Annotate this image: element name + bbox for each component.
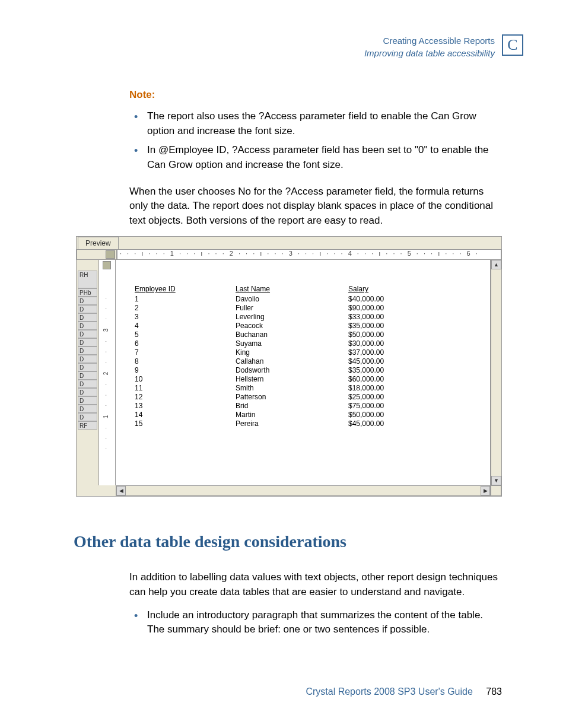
scroll-track-v[interactable] [491, 269, 501, 476]
cell-name: Suyama [236, 339, 348, 348]
table-header-row: Employee ID Last Name Salary [135, 285, 490, 294]
header-text: Creating Accessible Reports Improving da… [364, 34, 495, 59]
section-heading: Other data table design considerations [74, 532, 502, 551]
report-canvas[interactable]: Employee ID Last Name Salary 1Davolio$40… [116, 260, 491, 485]
cell-id: 10 [135, 375, 236, 384]
cell-name: Hellstern [236, 375, 348, 384]
header-employee-id: Employee ID [135, 285, 236, 294]
horizontal-scrollbar[interactable]: ◀ ▶ [116, 485, 491, 496]
table-row: 15Pereira$45,000.00 [135, 419, 490, 428]
section-d[interactable]: D [78, 405, 97, 413]
cell-id: 14 [135, 411, 236, 419]
table-row: 1Davolio$40,000.00 [135, 295, 490, 304]
cell-salary: $18,000.00 [348, 384, 437, 393]
section-d[interactable]: D [78, 355, 97, 363]
cell-id: 7 [135, 348, 236, 357]
cell-id: 15 [135, 419, 236, 428]
note-label: Note: [129, 89, 502, 101]
cell-id: 13 [135, 402, 236, 411]
table-row: 8Callahan$45,000.00 [135, 357, 490, 366]
header-title: Creating Accessible Reports [364, 34, 495, 47]
cell-id: 6 [135, 339, 236, 348]
preview-body: RHPHbDDDDDDDDDDDDDDDRF · · · 1 · · · 2 ·… [77, 260, 501, 485]
cell-name: Martin [236, 411, 348, 419]
note-item: In @Employee ID, ?Access parameter field… [129, 143, 502, 172]
section-phb[interactable]: PHb [78, 288, 97, 297]
table-row: 7King$37,000.00 [135, 348, 490, 357]
cell-id: 8 [135, 357, 236, 366]
section-d[interactable]: D [78, 371, 97, 380]
cell-salary: $60,000.00 [348, 375, 437, 384]
cell-salary: $35,000.00 [348, 366, 437, 375]
section-rail: RHPHbDDDDDDDDDDDDDDDRF [77, 260, 99, 485]
scroll-track-h[interactable] [126, 486, 481, 495]
cell-salary: $40,000.00 [348, 295, 437, 304]
content: Note: The report also uses the ?Access p… [0, 59, 566, 637]
cell-salary: $33,000.00 [348, 313, 437, 322]
table-row: 13Brid$75,000.00 [135, 402, 490, 411]
section-d[interactable]: D [78, 297, 97, 305]
section-d[interactable]: D [78, 346, 97, 355]
section-d[interactable]: D [78, 413, 97, 421]
section-d[interactable]: D [78, 313, 97, 322]
scroll-corner [491, 485, 501, 496]
cell-salary: $45,000.00 [348, 357, 437, 366]
section-d[interactable]: D [78, 338, 97, 346]
section-rh[interactable]: RH [78, 271, 97, 288]
scroll-down-button[interactable]: ▼ [491, 476, 501, 485]
table-row: 10Hellstern$60,000.00 [135, 375, 490, 384]
cell-salary: $50,000.00 [348, 411, 437, 419]
tab-preview[interactable]: Preview [78, 237, 119, 249]
cell-name: King [236, 348, 348, 357]
cell-id: 5 [135, 330, 236, 339]
horizontal-ruler[interactable]: · · · ı · · · 1 · · · ı · · · 2 · · · ı … [117, 249, 501, 260]
footer-page: 783 [486, 686, 502, 697]
cell-id: 1 [135, 295, 236, 304]
cell-name: Davolio [236, 295, 348, 304]
scroll-spacer [77, 485, 116, 496]
header-subtitle: Improving data table accessibility [364, 47, 495, 59]
table-row: 3Leverling$33,000.00 [135, 313, 490, 322]
appendix-logo: C [502, 34, 523, 56]
ruler-corner [77, 249, 117, 260]
cell-name: Smith [236, 384, 348, 393]
cell-id: 4 [135, 322, 236, 330]
header-last-name: Last Name [236, 285, 348, 294]
logo-letter: C [507, 36, 517, 54]
cell-name: Leverling [236, 313, 348, 322]
table-row: 6Suyama$30,000.00 [135, 339, 490, 348]
section-d[interactable]: D [78, 388, 97, 396]
horizontal-scrollbar-row: ◀ ▶ [77, 485, 501, 496]
ruler-v-ticks: · · · 1 · · · 2 · · · 3 · · · [103, 272, 109, 450]
table-row: 12Patterson$25,000.00 [135, 393, 490, 402]
ruler-row: · · · ı · · · 1 · · · ı · · · 2 · · · ı … [77, 249, 501, 260]
section-bullets: Include an introductory paragraph that s… [129, 608, 502, 637]
scroll-right-button[interactable]: ▶ [481, 486, 490, 495]
section-paragraph: In addition to labelling data values wit… [129, 570, 502, 599]
section-d[interactable]: D [78, 363, 97, 371]
cell-name: Patterson [236, 393, 348, 402]
header-salary: Salary [348, 285, 437, 294]
cell-name: Dodsworth [236, 366, 348, 375]
table-row: 4Peacock$35,000.00 [135, 322, 490, 330]
cell-name: Callahan [236, 357, 348, 366]
section-bullet-item: Include an introductory paragraph that s… [129, 608, 502, 637]
scroll-up-button[interactable]: ▲ [491, 260, 501, 269]
cell-salary: $45,000.00 [348, 419, 437, 428]
vertical-scrollbar[interactable]: ▲ ▼ [491, 260, 501, 485]
cell-id: 9 [135, 366, 236, 375]
preview-panel: Preview · · · ı · · · 1 · · · ı · · · 2 … [76, 236, 502, 497]
section-rf[interactable]: RF [78, 421, 97, 430]
table-row: 14Martin$50,000.00 [135, 411, 490, 419]
scroll-left-button[interactable]: ◀ [116, 486, 126, 495]
cell-salary: $30,000.00 [348, 339, 437, 348]
footer-text: Crystal Reports 2008 SP3 User's Guide [306, 686, 472, 697]
cell-salary: $25,000.00 [348, 393, 437, 402]
section-d[interactable]: D [78, 380, 97, 388]
section-d[interactable]: D [78, 322, 97, 330]
section-d[interactable]: D [78, 330, 97, 338]
cell-name: Fuller [236, 304, 348, 313]
section-d[interactable]: D [78, 396, 97, 405]
vertical-ruler[interactable]: · · · 1 · · · 2 · · · 3 · · · [99, 260, 116, 485]
section-d[interactable]: D [78, 305, 97, 313]
